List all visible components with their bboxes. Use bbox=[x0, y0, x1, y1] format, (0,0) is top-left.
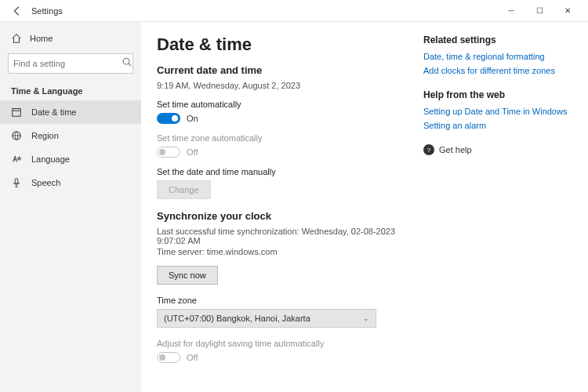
link-date-time-formatting[interactable]: Date, time & regional formatting bbox=[423, 52, 572, 61]
language-icon bbox=[11, 154, 22, 165]
settings-window: Settings ─ ☐ ✕ Home Time & Language bbox=[0, 0, 588, 392]
dst-toggle-row: Off bbox=[157, 352, 405, 363]
search-input[interactable] bbox=[13, 59, 122, 68]
chevron-down-icon: ⌄ bbox=[363, 314, 369, 322]
set-tz-auto-label: Set time zone automatically bbox=[157, 133, 405, 143]
sync-now-button[interactable]: Sync now bbox=[157, 266, 218, 285]
sync-heading: Synchronize your clock bbox=[157, 210, 405, 222]
current-datetime-heading: Current date and time bbox=[157, 64, 405, 76]
help-heading: Help from the web bbox=[423, 89, 572, 100]
sidebar-item-region[interactable]: Region bbox=[0, 124, 141, 147]
set-tz-auto-toggle-row: Off bbox=[157, 147, 405, 158]
manual-datetime-label: Set the date and time manually bbox=[157, 167, 405, 176]
maximize-button[interactable]: ☐ bbox=[525, 0, 554, 22]
link-add-clocks[interactable]: Add clocks for different time zones bbox=[423, 66, 572, 75]
sidebar: Home Time & Language Date & time Region bbox=[0, 22, 141, 392]
help-icon: ? bbox=[423, 144, 434, 155]
minimize-button[interactable]: ─ bbox=[497, 0, 525, 22]
timezone-value: (UTC+07:00) Bangkok, Hanoi, Jakarta bbox=[164, 314, 310, 323]
sync-last-text: Last successful time synchronization: We… bbox=[157, 227, 405, 245]
main-column: Date & time Current date and time 9:19 A… bbox=[157, 34, 405, 379]
set-tz-auto-block: Set time zone automatically Off bbox=[157, 133, 405, 158]
set-tz-auto-state: Off bbox=[187, 147, 198, 157]
manual-datetime-block: Set the date and time manually Change bbox=[157, 167, 405, 199]
nav-label: Language bbox=[31, 154, 70, 164]
microphone-icon bbox=[11, 177, 22, 188]
globe-icon bbox=[11, 130, 22, 141]
set-time-auto-toggle-row: On bbox=[157, 113, 405, 124]
svg-point-0 bbox=[123, 58, 129, 64]
sync-server-text: Time server: time.windows.com bbox=[157, 247, 405, 256]
sidebar-item-language[interactable]: Language bbox=[0, 147, 141, 171]
content-area: Home Time & Language Date & time Region bbox=[0, 22, 588, 392]
set-time-auto-state: On bbox=[187, 114, 198, 123]
back-button[interactable] bbox=[6, 0, 28, 22]
close-button[interactable]: ✕ bbox=[554, 0, 582, 22]
side-column: Related settings Date, time & regional f… bbox=[423, 34, 572, 379]
current-datetime-value: 9:19 AM, Wednesday, August 2, 2023 bbox=[157, 81, 405, 90]
dst-block: Adjust for daylight saving time automati… bbox=[157, 339, 405, 363]
get-help-link[interactable]: ? Get help bbox=[423, 144, 572, 155]
related-heading: Related settings bbox=[423, 34, 572, 45]
link-setup-date-time[interactable]: Setting up Date and Time in Windows bbox=[423, 107, 572, 116]
timezone-block: Time zone (UTC+07:00) Bangkok, Hanoi, Ja… bbox=[157, 296, 405, 328]
svg-rect-1 bbox=[13, 109, 21, 117]
timezone-dropdown[interactable]: (UTC+07:00) Bangkok, Hanoi, Jakarta ⌄ bbox=[157, 309, 376, 328]
main-panel: Date & time Current date and time 9:19 A… bbox=[141, 22, 588, 392]
timezone-label: Time zone bbox=[157, 296, 405, 305]
link-setting-alarm[interactable]: Setting an alarm bbox=[423, 121, 572, 130]
change-button: Change bbox=[157, 180, 211, 199]
dst-toggle bbox=[157, 352, 180, 363]
help-web-block: Help from the web Setting up Date and Ti… bbox=[423, 89, 572, 130]
home-icon bbox=[11, 33, 22, 44]
related-settings-block: Related settings Date, time & regional f… bbox=[423, 34, 572, 75]
search-icon bbox=[122, 56, 132, 71]
set-time-auto-toggle[interactable] bbox=[157, 113, 180, 124]
sidebar-item-speech[interactable]: Speech bbox=[0, 171, 141, 194]
sidebar-item-date-time[interactable]: Date & time bbox=[0, 100, 141, 124]
set-time-auto-block: Set time automatically On bbox=[157, 100, 405, 124]
search-box[interactable] bbox=[8, 53, 133, 74]
set-time-auto-label: Set time automatically bbox=[157, 100, 405, 109]
get-help-block: ? Get help bbox=[423, 144, 572, 155]
nav-label: Speech bbox=[31, 178, 60, 187]
window-title: Settings bbox=[31, 6, 63, 16]
set-tz-auto-toggle bbox=[157, 147, 180, 158]
sidebar-home-label: Home bbox=[30, 34, 53, 43]
calendar-icon bbox=[11, 107, 22, 118]
titlebar: Settings ─ ☐ ✕ bbox=[0, 0, 588, 22]
dst-label: Adjust for daylight saving time automati… bbox=[157, 339, 405, 348]
sync-clock-block: Synchronize your clock Last successful t… bbox=[157, 210, 405, 285]
get-help-label: Get help bbox=[439, 145, 472, 154]
sidebar-home[interactable]: Home bbox=[0, 28, 141, 49]
dst-state: Off bbox=[187, 353, 198, 362]
page-title: Date & time bbox=[157, 34, 405, 55]
sidebar-section-title: Time & Language bbox=[0, 78, 141, 100]
svg-rect-3 bbox=[15, 179, 18, 183]
nav-label: Date & time bbox=[31, 107, 76, 117]
nav-label: Region bbox=[31, 131, 59, 140]
